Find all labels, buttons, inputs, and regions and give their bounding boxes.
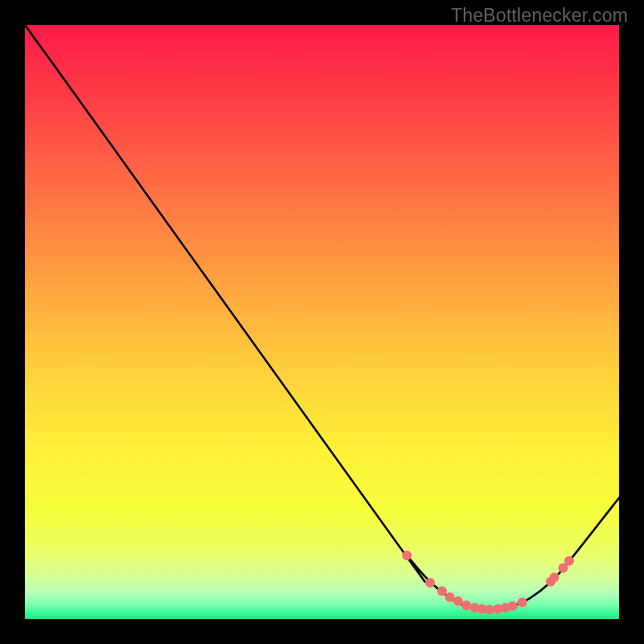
data-marker <box>564 556 574 566</box>
chart-area <box>25 25 619 619</box>
chart-svg <box>25 25 619 619</box>
data-marker <box>453 597 463 606</box>
data-marker <box>425 578 435 588</box>
attribution-text: TheBottlenecker.com <box>451 5 628 27</box>
gradient-background <box>25 25 619 619</box>
data-marker <box>437 586 447 596</box>
data-marker <box>508 601 518 611</box>
data-marker <box>461 601 471 610</box>
data-marker <box>518 597 527 607</box>
data-marker <box>485 605 494 614</box>
data-marker <box>550 572 559 582</box>
data-marker <box>445 592 455 602</box>
data-marker <box>402 551 412 560</box>
